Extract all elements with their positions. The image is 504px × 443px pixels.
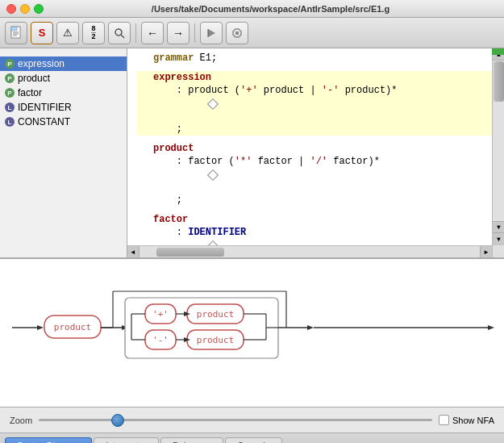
tab-debugger[interactable]: Debugger <box>160 437 223 443</box>
code-line-2 <box>137 65 498 71</box>
tab-console[interactable]: Console <box>225 437 281 443</box>
sidebar-item-expression[interactable]: P expression <box>0 56 127 71</box>
code-editor[interactable]: grammar E1; expression : product ('+' pr… <box>127 48 504 257</box>
svg-point-5 <box>115 29 122 36</box>
tab-syntax-diagram[interactable]: Syntax Diagram <box>5 437 92 443</box>
code-line-expression: expression <box>137 71 498 84</box>
editor-row: P expression P product P factor L IDENTI… <box>0 48 504 257</box>
sidebar-item-factor[interactable]: P factor <box>0 86 127 100</box>
sidebar-label-constant: CONSTANT <box>18 116 70 127</box>
scroll-indicator <box>492 48 504 55</box>
code-text-prod-semi: ; <box>153 194 498 207</box>
diagram-area: product '+' '-' product product <box>0 257 504 407</box>
plus-label: '+' <box>152 309 169 320</box>
code-text-fact-id: : IDENTIFIER <box>153 226 498 239</box>
svg-marker-7 <box>208 29 215 37</box>
sidebar-item-constant[interactable]: L CONSTANT <box>0 115 127 129</box>
code-line-product: product <box>137 142 498 155</box>
number-button[interactable]: 82 <box>82 22 105 44</box>
sidebar-label-identifier: IDENTIFIER <box>18 102 72 113</box>
badge-p-expression: P <box>5 59 15 69</box>
code-line-4 <box>137 207 498 213</box>
svg-rect-1 <box>11 27 17 31</box>
main-container: P expression P product P factor L IDENTI… <box>0 48 504 407</box>
window-title: /Users/take/Documents/workspace/AntlrSam… <box>44 4 498 14</box>
gutter-prod <box>137 142 153 155</box>
run-button[interactable] <box>200 22 223 44</box>
scroll-bottom[interactable]: ▼ <box>493 233 504 245</box>
code-line-prod-rule: : factor ('*' factor | '/' factor)* <box>137 155 498 194</box>
product-label-left: product <box>54 322 91 332</box>
minus-label: '-' <box>152 335 169 345</box>
zoom-slider-track <box>39 419 432 421</box>
badge-p-product: P <box>5 73 15 83</box>
sidebar-item-product[interactable]: P product <box>0 71 127 86</box>
sidebar-label-expression: expression <box>18 58 65 69</box>
zoom-slider-container[interactable] <box>39 414 432 427</box>
sidebar-label-product: product <box>18 73 50 84</box>
product-label-minus: product <box>197 335 234 345</box>
back-button[interactable]: ← <box>141 22 164 44</box>
code-line-3 <box>137 136 498 142</box>
code-text-expr-rule: : product ('+' product | '-' product)* <box>153 84 498 97</box>
horizontal-scrollbar[interactable]: ◄ ► <box>127 245 492 257</box>
code-text-prod-rule: : factor ('*' factor | '/' factor)* <box>153 155 498 168</box>
sidebar: P expression P product P factor L IDENTI… <box>0 48 127 257</box>
run-icon <box>206 27 217 39</box>
zoom-button[interactable] <box>108 22 131 44</box>
zoom-slider-thumb[interactable] <box>111 414 124 427</box>
scroll-left-button[interactable]: ◄ <box>127 246 140 258</box>
gutter-prod3 <box>137 194 153 207</box>
toolbar: S ⚠ 82 ← → <box>0 18 504 48</box>
separator-2 <box>194 23 195 43</box>
traffic-lights <box>6 4 44 14</box>
badge-l-constant: L <box>5 117 15 127</box>
scroll-right-button[interactable]: ► <box>480 246 492 258</box>
badge-p-factor: P <box>5 88 15 98</box>
number-icon: 82 <box>90 25 97 40</box>
minimize-button[interactable] <box>20 4 30 14</box>
warning-button[interactable]: ⚠ <box>56 22 79 44</box>
gutter-1 <box>137 52 153 65</box>
scroll-down-button[interactable]: ▼ <box>493 221 504 233</box>
tab-interpreter[interactable]: Interpreter <box>94 437 159 443</box>
close-button[interactable] <box>6 4 16 14</box>
sidebar-item-identifier[interactable]: L IDENTIFIER <box>0 100 127 115</box>
svg-line-6 <box>121 35 124 38</box>
zoom-bar: Zoom Show NFA <box>0 407 504 433</box>
code-line-prod-semi: ; <box>137 194 498 207</box>
stop-icon <box>231 27 243 39</box>
gutter-expr2 <box>137 84 153 123</box>
title-bar: /Users/take/Documents/workspace/AntlrSam… <box>0 0 504 18</box>
code-text-factor: factor <box>153 213 498 226</box>
gutter-fact <box>137 213 153 226</box>
file-button[interactable] <box>5 22 27 44</box>
zoom-label: Zoom <box>10 416 32 425</box>
code-text-product: product <box>153 142 498 155</box>
maximize-button[interactable] <box>34 4 44 14</box>
vertical-scrollbar[interactable]: ▲ ▼ ▼ <box>492 48 504 257</box>
search-icon <box>114 27 125 39</box>
h-scroll-thumb[interactable] <box>156 248 224 257</box>
file-icon <box>9 26 23 40</box>
s-button[interactable]: S <box>31 22 53 44</box>
gutter-expr <box>137 71 153 84</box>
scroll-thumb[interactable] <box>494 61 504 102</box>
code-content: grammar E1; expression : product ('+' pr… <box>127 48 504 257</box>
svg-rect-10 <box>235 31 239 35</box>
product-label-plus: product <box>197 309 234 320</box>
code-text-expr-semi: ; <box>153 123 498 136</box>
code-text-expression: expression <box>153 71 498 84</box>
show-nfa-checkbox[interactable] <box>439 415 449 425</box>
forward-button[interactable]: → <box>167 22 190 44</box>
badge-l-identifier: L <box>5 102 15 112</box>
syntax-diagram-svg: product '+' '-' product product <box>0 259 504 407</box>
stop-button[interactable] <box>226 22 248 44</box>
sidebar-label-factor: factor <box>18 87 42 98</box>
tab-bar: Syntax Diagram Interpreter Debugger Cons… <box>0 433 504 443</box>
end-arrow <box>307 325 314 330</box>
code-line-1: grammar E1; <box>137 52 498 65</box>
show-nfa-container: Show NFA <box>439 415 494 425</box>
final-arrow <box>488 325 494 330</box>
code-line-expr-rule: : product ('+' product | '-' product)* <box>137 84 498 123</box>
